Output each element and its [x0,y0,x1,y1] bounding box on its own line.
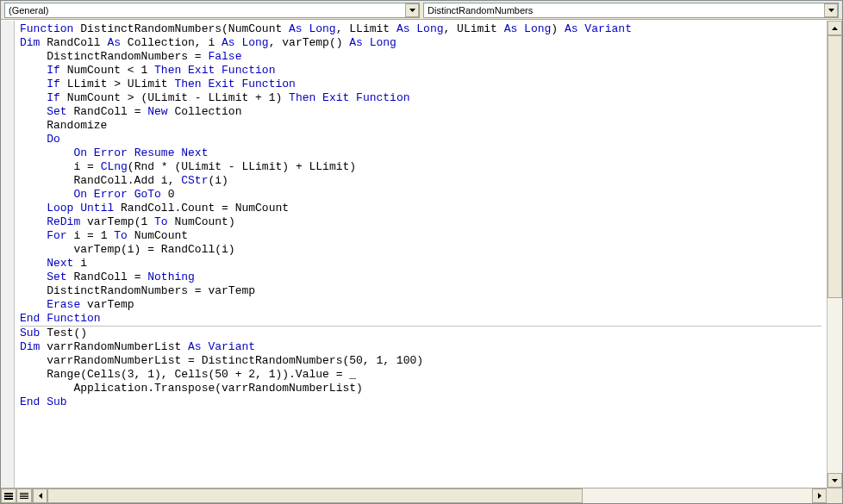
code-line[interactable]: DistinctRandomNumbers = varTemp [20,284,821,298]
code-line[interactable]: Range(Cells(3, 1), Cells(50 + 2, 1)).Val… [20,368,821,382]
code-line[interactable]: Dim varrRandomNumberList As Variant [20,340,821,354]
vertical-scrollbar-track[interactable] [827,35,842,473]
code-line[interactable]: If NumCount < 1 Then Exit Function [20,64,821,78]
code-line[interactable]: Erase varTemp [20,298,821,312]
code-line[interactable]: End Function [20,312,821,326]
code-line[interactable]: RandColl.Add i, CStr(i) [20,174,821,188]
procedure-combo-dropdown-button[interactable] [824,3,838,17]
chevron-down-icon [409,9,415,12]
code-editor: Function DistinctRandomNumbers(NumCount … [1,20,842,488]
procedure-view-button[interactable] [1,488,16,503]
procedure-combo[interactable]: DistinctRandomNumbers [423,3,839,18]
horizontal-scrollbar-track[interactable] [47,488,812,503]
view-mode-buttons [1,488,33,503]
svg-rect-1 [4,495,13,497]
svg-rect-3 [20,493,28,494]
object-combo-dropdown-button[interactable] [405,3,419,17]
dropdowns-toolbar: (General) DistinctRandomNumbers [1,1,842,20]
chevron-down-icon [832,479,838,482]
code-line[interactable]: Randomize [20,119,821,133]
code-line[interactable]: varTemp(i) = RandColl(i) [20,243,821,257]
svg-rect-2 [4,498,13,500]
procedure-combo-text: DistinctRandomNumbers [424,3,824,17]
code-line[interactable]: Do [20,133,821,146]
object-combo[interactable]: (General) [4,3,420,18]
vertical-scrollbar-thumb[interactable] [827,35,842,298]
code-line[interactable]: For i = 1 To NumCount [20,229,821,243]
code-line[interactable]: DistinctRandomNumbers = False [20,50,821,64]
scroll-left-button[interactable] [33,488,47,503]
full-module-view-icon [20,493,28,500]
code-text[interactable]: Function DistinctRandomNumbers(NumCount … [15,21,827,411]
scroll-right-button[interactable] [812,488,827,503]
code-line[interactable]: Next i [20,257,821,271]
code-line[interactable]: Loop Until RandColl.Count = NumCount [20,202,821,215]
horizontal-scrollbar[interactable] [33,488,827,503]
code-line[interactable]: i = CLng(Rnd * (ULimit - LLimit) + LLimi… [20,160,821,174]
code-line[interactable]: Application.Transpose(varrRandomNumberLi… [20,382,821,395]
vertical-scrollbar[interactable] [827,21,842,488]
chevron-left-icon [39,493,42,499]
bottom-bar [1,488,842,503]
chevron-down-icon [828,9,834,12]
code-line[interactable]: ReDim varTemp(1 To NumCount) [20,215,821,229]
svg-rect-6 [20,498,28,499]
code-line[interactable]: If LLimit > ULimit Then Exit Function [20,78,821,91]
code-line[interactable]: Function DistinctRandomNumbers(NumCount … [20,22,821,36]
code-line[interactable]: Sub Test() [20,327,821,340]
scroll-down-button[interactable] [827,473,842,488]
chevron-right-icon [818,493,821,499]
code-line[interactable]: Dim RandColl As Collection, i As Long, v… [20,36,821,50]
code-line[interactable]: End Sub [20,395,821,409]
scrollbar-corner [827,488,842,503]
code-line[interactable]: varrRandomNumberList = DistinctRandomNum… [20,354,821,368]
code-line[interactable]: On Error GoTo 0 [20,188,821,202]
code-line[interactable]: Set RandColl = Nothing [20,271,821,284]
code-line[interactable]: If NumCount > (ULimit - LLimit + 1) Then… [20,91,821,105]
object-combo-text: (General) [5,3,405,17]
code-line[interactable]: On Error Resume Next [20,146,821,160]
scroll-up-button[interactable] [827,21,842,35]
code-line[interactable]: Set RandColl = New Collection [20,105,821,119]
svg-rect-5 [20,496,28,497]
full-module-view-button[interactable] [16,488,32,503]
svg-rect-0 [4,493,13,495]
horizontal-scrollbar-thumb[interactable] [47,488,583,503]
margin-indicator-bar[interactable] [1,21,15,488]
procedure-view-icon [4,493,13,500]
svg-rect-4 [20,495,28,495]
code-viewport[interactable]: Function DistinctRandomNumbers(NumCount … [15,21,827,488]
chevron-up-icon [832,27,838,30]
